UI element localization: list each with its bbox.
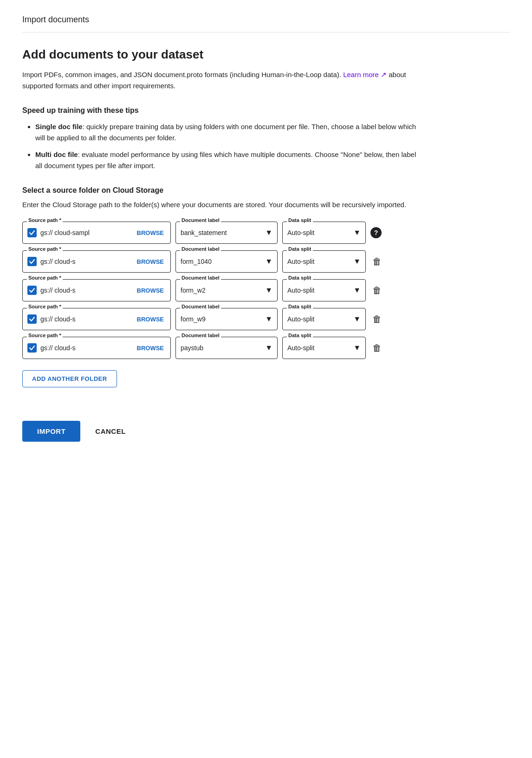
data-split-field-2: Data split Auto-split ▼ [282,250,366,273]
source-path-label-1: Source path * [27,217,63,223]
doc-label-select-5[interactable]: paystub ▼ [175,337,278,359]
source-path-field-3: Source path * gs:// cloud-s BROWSE [22,279,171,301]
data-split-field-3: Data split Auto-split ▼ [282,279,366,301]
doc-label-label-1: Document label [180,217,221,223]
delete-button-3[interactable]: 🗑 [372,285,382,296]
checkbox-icon-1 [27,228,37,237]
doc-label-label-5: Document label [180,333,221,338]
data-split-arrow-2: ▼ [353,257,361,266]
data-split-select-5[interactable]: Auto-split ▼ [282,337,366,359]
tip-multi-doc: Multi doc file: evaluate model performan… [35,149,422,171]
folder-row: Source path * gs:// cloud-sampl BROWSE D… [22,222,510,244]
data-split-field-5: Data split Auto-split ▼ [282,337,366,359]
source-section: Select a source folder on Cloud Storage … [22,186,510,387]
doc-label-field-1: Document label bank_statement ▼ [175,222,278,244]
source-path-label-2: Source path * [27,246,63,252]
source-path-input-4[interactable]: gs:// cloud-s BROWSE [22,308,171,330]
delete-button-4[interactable]: 🗑 [372,314,382,325]
data-split-select-3[interactable]: Auto-split ▼ [282,279,366,301]
browse-button-5[interactable]: BROWSE [135,345,166,352]
help-icon-1[interactable]: ? [370,227,382,238]
doc-label-arrow-3: ▼ [265,286,272,294]
doc-label-value-4: form_w9 [181,315,263,323]
data-split-field-4: Data split Auto-split ▼ [282,308,366,330]
doc-label-select-2[interactable]: form_1040 ▼ [175,250,278,273]
source-path-field-1: Source path * gs:// cloud-sampl BROWSE [22,222,171,244]
source-path-input-5[interactable]: gs:// cloud-s BROWSE [22,337,171,359]
data-split-value-2: Auto-split [287,258,351,265]
doc-label-field-4: Document label form_w9 ▼ [175,308,278,330]
page-wrapper: Import documents Add documents to your d… [0,0,532,464]
source-path-label-5: Source path * [27,333,63,338]
doc-label-label-3: Document label [180,275,221,281]
doc-label-select-1[interactable]: bank_statement ▼ [175,222,278,244]
data-split-field-1: Data split Auto-split ▼ [282,222,366,244]
main-heading: Add documents to your dataset [22,47,510,62]
doc-label-field-2: Document label form_1040 ▼ [175,250,278,273]
learn-more-link[interactable]: Learn more ↗ [343,71,389,78]
data-split-label-2: Data split [287,246,313,252]
data-split-value-4: Auto-split [287,315,351,323]
cancel-button[interactable]: CANCEL [91,421,130,442]
data-split-value-1: Auto-split [287,229,351,236]
data-split-select-1[interactable]: Auto-split ▼ [282,222,366,244]
checkbox-icon-5 [27,343,37,353]
import-button[interactable]: IMPORT [22,421,80,442]
browse-button-1[interactable]: BROWSE [135,229,166,236]
folder-row: Source path * gs:// cloud-s BROWSE Docum… [22,337,510,359]
delete-button-2[interactable]: 🗑 [372,256,382,267]
tip-single-doc: Single doc file: quickly prepare trainin… [35,121,422,144]
data-split-arrow-1: ▼ [353,229,361,237]
source-path-value-3: gs:// cloud-s [40,287,132,294]
data-split-arrow-3: ▼ [353,286,361,294]
tips-list: Single doc file: quickly prepare trainin… [22,121,422,171]
source-path-label-4: Source path * [27,304,63,309]
source-path-input-1[interactable]: gs:// cloud-sampl BROWSE [22,222,171,244]
data-split-label-1: Data split [287,217,313,223]
data-split-label-4: Data split [287,304,313,309]
browse-button-2[interactable]: BROWSE [135,258,166,265]
doc-label-select-3[interactable]: form_w2 ▼ [175,279,278,301]
checkbox-icon-3 [27,286,37,295]
folder-row: Source path * gs:// cloud-s BROWSE Docum… [22,250,510,273]
tips-section: Speed up training with these tips Single… [22,106,510,171]
doc-label-value-1: bank_statement [181,229,263,236]
page-title-bar: Import documents [22,15,510,33]
tip-single-doc-term: Single doc file [35,123,83,131]
data-split-select-4[interactable]: Auto-split ▼ [282,308,366,330]
data-split-arrow-4: ▼ [353,315,361,323]
folder-rows: Source path * gs:// cloud-sampl BROWSE D… [22,222,510,359]
source-path-label-3: Source path * [27,275,63,281]
source-path-field-5: Source path * gs:// cloud-s BROWSE [22,337,171,359]
checkbox-icon-2 [27,257,37,266]
source-path-value-4: gs:// cloud-s [40,315,132,323]
doc-label-arrow-4: ▼ [265,315,272,323]
source-description: Enter the Cloud Storage path to the fold… [22,199,422,210]
data-split-value-5: Auto-split [287,344,351,352]
doc-label-value-3: form_w2 [181,287,263,294]
delete-button-5[interactable]: 🗑 [372,343,382,353]
browse-button-3[interactable]: BROWSE [135,287,166,294]
action-bar: IMPORT CANCEL [22,410,510,442]
source-path-value-1: gs:// cloud-sampl [40,229,132,236]
source-path-value-2: gs:// cloud-s [40,258,132,265]
data-split-select-2[interactable]: Auto-split ▼ [282,250,366,273]
doc-label-value-2: form_1040 [181,258,263,265]
source-heading: Select a source folder on Cloud Storage [22,186,510,195]
add-folder-button[interactable]: ADD ANOTHER FOLDER [22,370,117,387]
source-path-input-2[interactable]: gs:// cloud-s BROWSE [22,250,171,273]
tip-multi-doc-term: Multi doc file [35,150,78,158]
main-description: Import PDFs, common images, and JSON doc… [22,69,422,91]
doc-label-select-4[interactable]: form_w9 ▼ [175,308,278,330]
source-path-value-5: gs:// cloud-s [40,344,132,352]
data-split-value-3: Auto-split [287,287,351,294]
folder-row: Source path * gs:// cloud-s BROWSE Docum… [22,279,510,301]
data-split-arrow-5: ▼ [353,344,361,352]
doc-label-value-5: paystub [181,344,263,352]
checkbox-icon-4 [27,314,37,324]
external-link-icon: ↗ [381,71,387,78]
doc-label-arrow-1: ▼ [265,229,272,237]
browse-button-4[interactable]: BROWSE [135,316,166,323]
source-path-input-3[interactable]: gs:// cloud-s BROWSE [22,279,171,301]
page-title: Import documents [22,15,89,24]
